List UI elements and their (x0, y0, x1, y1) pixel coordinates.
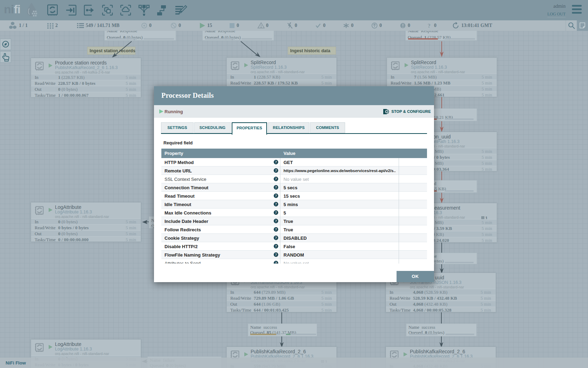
svg-text:?: ? (428, 23, 430, 29)
